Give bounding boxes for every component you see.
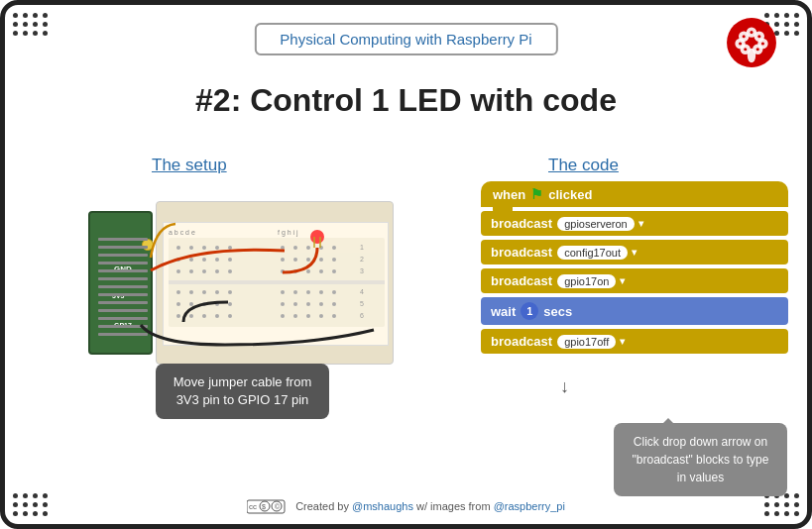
- main-page: Physical Computing with Raspberry Pi #2:…: [0, 0, 812, 529]
- svg-point-13: [761, 42, 764, 45]
- footer-mid-text: w/ images from: [416, 500, 491, 512]
- dropdown-arrow-3[interactable]: ▾: [620, 275, 625, 286]
- svg-text:$: $: [262, 503, 266, 510]
- svg-point-10: [743, 35, 746, 38]
- broadcast-label-1: broadcast: [491, 216, 552, 231]
- svg-point-12: [739, 42, 742, 45]
- dropdown-arrow-1[interactable]: ▾: [638, 218, 643, 229]
- block-wait: wait 1 secs: [481, 297, 788, 325]
- svg-text:©: ©: [275, 503, 281, 510]
- svg-point-11: [757, 35, 760, 38]
- setup-label: The setup: [152, 156, 227, 175]
- banner-text: Physical Computing with Raspberry Pi: [280, 31, 531, 48]
- broadcast-label-3: broadcast: [491, 273, 552, 288]
- footer: cc $ © Created by @mshaughs w/ images fr…: [5, 499, 807, 516]
- dropdown-arrow-4[interactable]: ▾: [620, 336, 625, 347]
- jumper-note: Move jumper cable from 3V3 pin to GPIO 1…: [156, 364, 329, 419]
- block-broadcast-2: broadcast config17out ▾: [481, 240, 788, 264]
- broadcast-label-4: broadcast: [491, 334, 552, 349]
- svg-point-8: [748, 49, 755, 63]
- broadcast-1-value: gpioserveron: [557, 217, 635, 231]
- wait-value: 1: [521, 302, 538, 320]
- block-broadcast-4: broadcast gpio17off ▾: [481, 329, 788, 354]
- cc-license-icon: cc $ ©: [247, 499, 287, 516]
- block-broadcast-1: broadcast gpioserveron ▾: [481, 211, 788, 236]
- footer-author-link[interactable]: @mshaughs: [352, 500, 413, 512]
- dropdown-arrow-2[interactable]: ▾: [632, 247, 637, 258]
- broadcast-tip-text: Click drop down arrow on "broadcast" blo…: [633, 435, 769, 484]
- broadcast-tip: Click drop down arrow on "broadcast" blo…: [614, 423, 787, 496]
- broadcast-label-2: broadcast: [491, 245, 552, 260]
- block-when-clicked: when ⚑ clicked: [481, 181, 788, 207]
- main-title: #2: Control 1 LED with code: [5, 82, 807, 119]
- footer-created-text: Created by: [295, 500, 349, 512]
- code-area: when ⚑ clicked broadcast gpioserveron ▾ …: [481, 181, 788, 354]
- corner-dots-tl: [13, 13, 48, 36]
- broadcast-3-value: gpio17on: [557, 274, 616, 288]
- top-banner: Physical Computing with Raspberry Pi: [254, 23, 557, 55]
- rpi-logo: [726, 17, 777, 68]
- code-label: The code: [548, 156, 619, 175]
- broadcast-4-value: gpio17off: [557, 335, 616, 349]
- when-label: when: [493, 187, 525, 202]
- svg-point-15: [756, 48, 759, 51]
- jumper-note-text: Move jumper cable from 3V3 pin to GPIO 1…: [174, 374, 311, 407]
- wait-label: wait: [491, 304, 516, 319]
- flag-icon: ⚑: [530, 186, 543, 202]
- blocks-container: when ⚑ clicked broadcast gpioserveron ▾ …: [481, 181, 788, 354]
- down-arrow: ↓: [560, 376, 569, 397]
- svg-text:cc: cc: [249, 502, 257, 511]
- clicked-label: clicked: [548, 187, 592, 202]
- block-broadcast-3: broadcast gpio17on ▾: [481, 268, 788, 293]
- svg-point-14: [744, 48, 747, 51]
- svg-point-9: [750, 31, 753, 34]
- setup-area: GND 3V3 GP17: [66, 181, 433, 439]
- broadcast-2-value: config17out: [557, 246, 628, 260]
- footer-source-link[interactable]: @raspberry_pi: [494, 500, 565, 512]
- secs-label: secs: [543, 304, 572, 319]
